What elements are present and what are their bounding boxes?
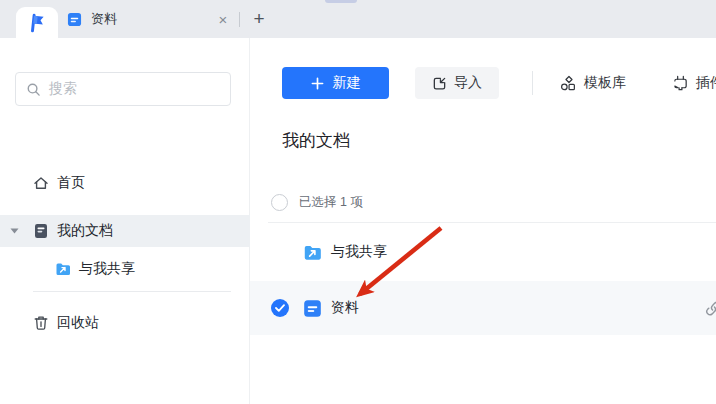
import-button[interactable]: 导入 xyxy=(415,67,499,99)
sidebar-item-label: 首页 xyxy=(57,174,85,192)
file-name: 资料 xyxy=(331,299,359,317)
list-item-doc-selected[interactable]: 资料 xyxy=(250,281,716,335)
tab-home[interactable] xyxy=(16,7,58,38)
search-icon xyxy=(26,82,41,97)
file-name: 与我共享 xyxy=(331,243,387,261)
template-library-icon xyxy=(560,75,577,92)
toolbar-separator xyxy=(532,71,533,95)
sidebar-item-home[interactable]: 首页 xyxy=(0,166,250,200)
selection-status: 已选择 1 项 xyxy=(299,194,363,211)
app-window: 资料 × + 搜索 首页 xyxy=(0,0,716,404)
tab-close-icon[interactable]: × xyxy=(213,9,233,29)
sidebar-divider xyxy=(33,291,231,292)
sidebar-item-label: 与我共享 xyxy=(79,260,135,278)
list-item-shared-folder[interactable]: 与我共享 xyxy=(250,223,716,281)
template-library-button[interactable]: 模板库 xyxy=(560,74,626,92)
shared-folder-icon xyxy=(55,261,71,277)
doc-icon xyxy=(303,299,322,318)
plugin-icon xyxy=(672,75,689,92)
plugin-button[interactable]: 插件 xyxy=(672,74,716,92)
shared-folder-icon xyxy=(303,243,322,262)
document-icon xyxy=(33,223,49,239)
select-all-checkbox[interactable] xyxy=(271,194,288,211)
sidebar-item-shared[interactable]: 与我共享 xyxy=(0,252,250,285)
home-icon xyxy=(33,175,49,191)
sidebar: 搜索 首页 xyxy=(0,38,250,404)
app-logo-icon xyxy=(26,12,48,34)
selection-status-row: 已选择 1 项 xyxy=(271,194,363,211)
new-tab-button[interactable]: + xyxy=(248,8,270,30)
sidebar-item-trash[interactable]: 回收站 xyxy=(0,306,250,340)
trash-icon xyxy=(33,315,49,331)
new-button-label: 新建 xyxy=(333,74,361,92)
plus-icon xyxy=(311,77,324,90)
sidebar-item-label: 回收站 xyxy=(57,314,99,332)
checked-checkbox[interactable] xyxy=(271,299,289,317)
new-button[interactable]: 新建 xyxy=(282,67,389,99)
plugin-label: 插件 xyxy=(696,74,716,92)
app-body: 搜索 首页 xyxy=(0,38,716,404)
template-library-label: 模板库 xyxy=(584,74,626,92)
chevron-down-icon[interactable] xyxy=(10,228,19,234)
doc-icon xyxy=(67,12,82,27)
tab-document[interactable]: 资料 × xyxy=(67,0,233,38)
link-icon[interactable] xyxy=(705,300,716,317)
search-input[interactable]: 搜索 xyxy=(15,72,231,106)
top-edge-artifact xyxy=(325,0,357,3)
tab-bar: 资料 × + xyxy=(0,0,716,38)
import-button-label: 导入 xyxy=(454,74,482,92)
tab-label: 资料 xyxy=(91,10,213,28)
sidebar-item-label: 我的文档 xyxy=(57,222,113,240)
main-panel: 新建 导入 xyxy=(250,38,716,404)
page-title: 我的文档 xyxy=(282,129,350,152)
sidebar-item-my-docs[interactable]: 我的文档 xyxy=(0,215,250,247)
tab-separator xyxy=(239,12,240,27)
search-placeholder: 搜索 xyxy=(49,80,77,98)
import-icon xyxy=(432,76,447,91)
toolbar: 新建 导入 xyxy=(282,67,716,99)
